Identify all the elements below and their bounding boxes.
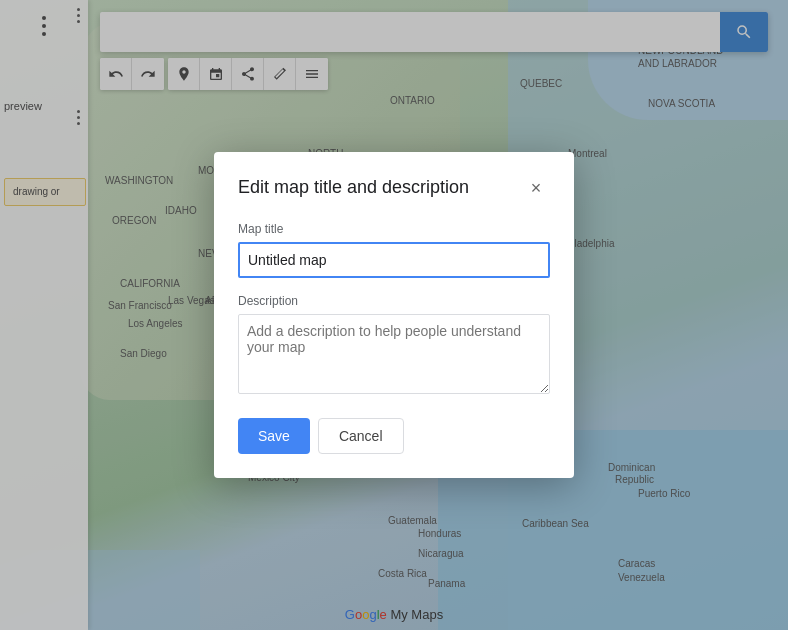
edit-map-modal: Edit map title and description × Map tit… bbox=[214, 152, 574, 478]
title-field-label: Map title bbox=[238, 222, 550, 236]
modal-header: Edit map title and description × bbox=[238, 176, 550, 202]
save-button[interactable]: Save bbox=[238, 418, 310, 454]
modal-title: Edit map title and description bbox=[238, 176, 469, 199]
cancel-button[interactable]: Cancel bbox=[318, 418, 404, 454]
map-title-input[interactable] bbox=[238, 242, 550, 278]
map-description-textarea[interactable] bbox=[238, 314, 550, 394]
modal-footer: Save Cancel bbox=[238, 418, 550, 454]
title-field-group: Map title bbox=[238, 222, 550, 278]
description-field-label: Description bbox=[238, 294, 550, 308]
description-field-group: Description bbox=[238, 294, 550, 398]
close-button[interactable]: × bbox=[522, 174, 550, 202]
